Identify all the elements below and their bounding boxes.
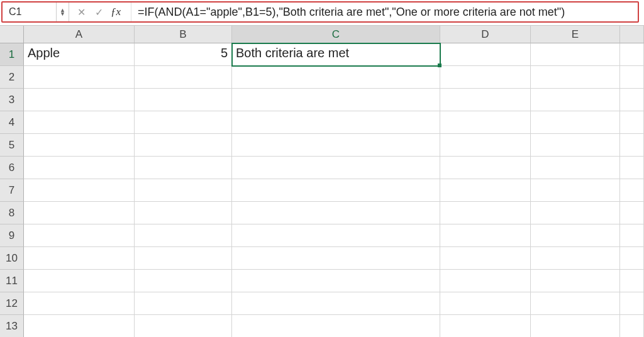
cell-c8[interactable] (232, 202, 440, 224)
cell-d7[interactable] (440, 179, 531, 202)
row-header-1[interactable]: 1 (0, 43, 24, 66)
cell-e10[interactable] (531, 247, 620, 270)
cell-e8[interactable] (531, 202, 620, 224)
cell-d11[interactable] (440, 270, 531, 292)
cell-e1[interactable] (531, 43, 620, 66)
cell-f5[interactable] (620, 134, 644, 157)
cancel-icon[interactable]: ✕ (75, 6, 87, 18)
cell-d10[interactable] (440, 247, 531, 270)
select-all-corner[interactable] (0, 26, 24, 43)
cell-b1[interactable]: 5 (135, 43, 232, 66)
cell-d9[interactable] (440, 224, 531, 247)
cell-a2[interactable] (24, 66, 135, 89)
formula-input[interactable] (131, 3, 638, 21)
cell-a7[interactable] (24, 179, 135, 202)
cell-c9[interactable] (232, 224, 440, 247)
row-header-5[interactable]: 5 (0, 134, 24, 157)
cell-a1[interactable]: Apple (24, 43, 135, 66)
cell-c2[interactable] (232, 66, 440, 89)
cell-f12[interactable] (620, 292, 644, 315)
cell-b3[interactable] (135, 89, 232, 111)
cell-f6[interactable] (620, 157, 644, 179)
row-header-7[interactable]: 7 (0, 179, 24, 202)
cell-e4[interactable] (531, 111, 620, 134)
row-header-4[interactable]: 4 (0, 111, 24, 134)
cell-d8[interactable] (440, 202, 531, 224)
cell-b2[interactable] (135, 66, 232, 89)
cell-a8[interactable] (24, 202, 135, 224)
cell-e6[interactable] (531, 157, 620, 179)
cell-a4[interactable] (24, 111, 135, 134)
cell-c13[interactable] (232, 315, 440, 337)
cell-e3[interactable] (531, 89, 620, 111)
cell-d3[interactable] (440, 89, 531, 111)
cell-e12[interactable] (531, 292, 620, 315)
name-box-dropdown-icon[interactable]: ▲▼ (57, 3, 69, 21)
row-header-10[interactable]: 10 (0, 247, 24, 270)
col-header-a[interactable]: A (24, 26, 135, 43)
row-header-11[interactable]: 11 (0, 270, 24, 292)
row-header-13[interactable]: 13 (0, 315, 24, 337)
cell-d5[interactable] (440, 134, 531, 157)
row-header-8[interactable]: 8 (0, 202, 24, 224)
cell-a10[interactable] (24, 247, 135, 270)
cell-a12[interactable] (24, 292, 135, 315)
cell-b6[interactable] (135, 157, 232, 179)
cell-c4[interactable] (232, 111, 440, 134)
cell-b5[interactable] (135, 134, 232, 157)
cell-d2[interactable] (440, 66, 531, 89)
cell-e9[interactable] (531, 224, 620, 247)
row-header-12[interactable]: 12 (0, 292, 24, 315)
col-header-c[interactable]: C (232, 26, 440, 43)
cell-c10[interactable] (232, 247, 440, 270)
cell-c5[interactable] (232, 134, 440, 157)
cell-d6[interactable] (440, 157, 531, 179)
cell-c1[interactable]: Both criteria are met (232, 43, 440, 66)
cell-a5[interactable] (24, 134, 135, 157)
fx-icon[interactable]: ƒx (111, 6, 125, 18)
cell-f10[interactable] (620, 247, 644, 270)
cell-a13[interactable] (24, 315, 135, 337)
cell-a9[interactable] (24, 224, 135, 247)
cell-b7[interactable] (135, 179, 232, 202)
cell-b13[interactable] (135, 315, 232, 337)
cell-e5[interactable] (531, 134, 620, 157)
cell-f9[interactable] (620, 224, 644, 247)
cell-b4[interactable] (135, 111, 232, 134)
cell-d12[interactable] (440, 292, 531, 315)
cell-c12[interactable] (232, 292, 440, 315)
cell-f13[interactable] (620, 315, 644, 337)
cell-c11[interactable] (232, 270, 440, 292)
cell-b10[interactable] (135, 247, 232, 270)
col-header-extra[interactable] (620, 26, 644, 43)
cell-c3[interactable] (232, 89, 440, 111)
row-header-3[interactable]: 3 (0, 89, 24, 111)
cell-f8[interactable] (620, 202, 644, 224)
cell-e13[interactable] (531, 315, 620, 337)
cell-d4[interactable] (440, 111, 531, 134)
cell-f11[interactable] (620, 270, 644, 292)
confirm-icon[interactable]: ✓ (93, 6, 104, 18)
row-header-9[interactable]: 9 (0, 224, 24, 247)
cell-f4[interactable] (620, 111, 644, 134)
row-header-6[interactable]: 6 (0, 157, 24, 179)
cell-e11[interactable] (531, 270, 620, 292)
cell-a11[interactable] (24, 270, 135, 292)
cell-b8[interactable] (135, 202, 232, 224)
cell-f2[interactable] (620, 66, 644, 89)
cell-f7[interactable] (620, 179, 644, 202)
cell-d1[interactable] (440, 43, 531, 66)
cell-c7[interactable] (232, 179, 440, 202)
cell-a3[interactable] (24, 89, 135, 111)
col-header-e[interactable]: E (531, 26, 620, 43)
cell-b11[interactable] (135, 270, 232, 292)
cell-f3[interactable] (620, 89, 644, 111)
cell-a6[interactable] (24, 157, 135, 179)
col-header-b[interactable]: B (135, 26, 232, 43)
cell-d13[interactable] (440, 315, 531, 337)
cell-c6[interactable] (232, 157, 440, 179)
cell-b12[interactable] (135, 292, 232, 315)
cell-f1[interactable] (620, 43, 644, 66)
col-header-d[interactable]: D (440, 26, 531, 43)
name-box[interactable]: C1 (3, 3, 57, 21)
